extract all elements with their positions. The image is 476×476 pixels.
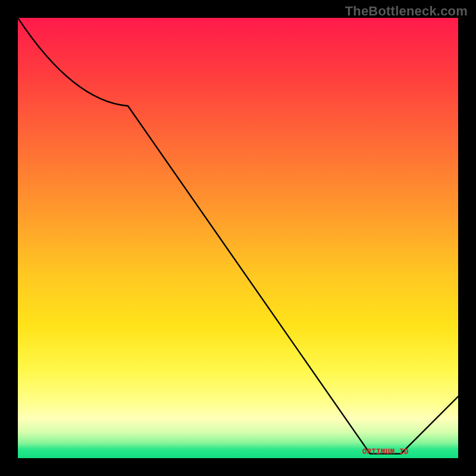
valley-label: OPTIMUM ID: [362, 448, 409, 456]
bottleneck-curve: [18, 18, 458, 454]
plot-area: OPTIMUM ID: [18, 18, 458, 458]
chart-frame: TheBottleneck.com OPTIMUM ID: [0, 0, 476, 476]
watermark-text: TheBottleneck.com: [345, 4, 468, 19]
line-layer: [18, 18, 458, 458]
